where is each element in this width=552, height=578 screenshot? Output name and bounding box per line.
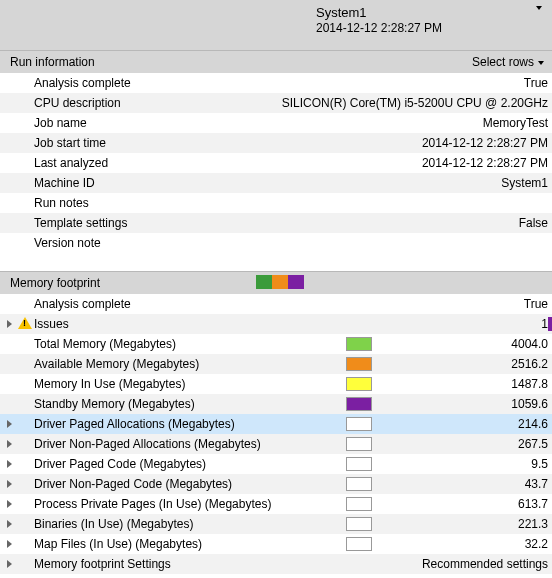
- expand-icon[interactable]: [7, 320, 12, 328]
- row-label: Driver Paged Allocations (Megabytes): [34, 414, 346, 434]
- section-run-information[interactable]: Run information Select rows: [0, 50, 552, 73]
- row-label: Total Memory (Megabytes): [34, 334, 346, 354]
- color-swatch: [346, 357, 372, 371]
- color-swatch: [346, 477, 372, 491]
- row-label: Available Memory (Megabytes): [34, 354, 346, 374]
- row-value: 2014-12-12 2:28:27 PM: [197, 133, 548, 153]
- color-swatch: [346, 517, 372, 531]
- row-value: System1: [197, 173, 548, 193]
- row-value: 43.7: [382, 474, 548, 494]
- color-swatch: [346, 537, 372, 551]
- row-value: SILICON(R) Core(TM) i5-5200U CPU @ 2.20G…: [197, 93, 548, 113]
- row-value: 1: [382, 314, 548, 334]
- color-swatch: [346, 417, 372, 431]
- row-label: Driver Non-Paged Allocations (Megabytes): [34, 434, 346, 454]
- row-label: Issues: [34, 314, 346, 334]
- expand-icon[interactable]: [7, 480, 12, 488]
- row-value: 1059.6: [382, 394, 548, 414]
- row-value: 32.2: [382, 534, 548, 554]
- row-value: 221.3: [382, 514, 548, 534]
- swatch-icon: [272, 275, 288, 289]
- expand-icon[interactable]: [7, 540, 12, 548]
- swatch-icon: [256, 275, 272, 289]
- run-information-table: Analysis completeTrue CPU descriptionSIL…: [0, 73, 552, 253]
- row-value: True: [382, 294, 548, 314]
- expand-icon[interactable]: [7, 420, 12, 428]
- warning-icon: [18, 317, 32, 329]
- row-label: Template settings: [34, 213, 161, 233]
- header-title: System1: [316, 5, 544, 20]
- swatch-icon: [288, 275, 304, 289]
- section-swatches: [256, 275, 304, 289]
- table-row[interactable]: Driver Non-Paged Allocations (Megabytes)…: [0, 434, 552, 454]
- table-row[interactable]: Map Files (In Use) (Megabytes)32.2: [0, 534, 552, 554]
- color-swatch: [346, 457, 372, 471]
- expand-icon[interactable]: [7, 460, 12, 468]
- row-label: Run notes: [34, 193, 161, 213]
- expand-icon[interactable]: [7, 560, 12, 568]
- section-title: Run information: [10, 55, 95, 69]
- memory-footprint-table: Analysis completeTrue Issues1 Total Memo…: [0, 294, 552, 574]
- table-row[interactable]: Driver Non-Paged Code (Megabytes)43.7: [0, 474, 552, 494]
- row-value: 267.5: [382, 434, 548, 454]
- row-label: Map Files (In Use) (Megabytes): [34, 534, 346, 554]
- row-value: 1487.8: [382, 374, 548, 394]
- column-header[interactable]: System1 2014-12-12 2:28:27 PM: [0, 0, 552, 50]
- color-swatch: [346, 337, 372, 351]
- section-memory-footprint[interactable]: Memory footprint: [0, 271, 552, 294]
- row-value: 2014-12-12 2:28:27 PM: [197, 153, 548, 173]
- table-row[interactable]: Process Private Pages (In Use) (Megabyte…: [0, 494, 552, 514]
- row-value: True: [197, 73, 548, 93]
- row-value: 214.6: [382, 414, 548, 434]
- row-label: Job start time: [34, 133, 161, 153]
- dropdown-icon[interactable]: [536, 6, 542, 10]
- row-label: Memory footprint Settings: [34, 554, 346, 574]
- table-row[interactable]: Memory footprint SettingsRecommended set…: [0, 554, 552, 574]
- issue-bar-icon: [548, 317, 552, 331]
- color-swatch: [346, 377, 372, 391]
- table-row[interactable]: Driver Paged Code (Megabytes)9.5: [0, 454, 552, 474]
- row-label: Driver Paged Code (Megabytes): [34, 454, 346, 474]
- row-label: Binaries (In Use) (Megabytes): [34, 514, 346, 534]
- row-value: False: [197, 213, 548, 233]
- row-label: Memory In Use (Megabytes): [34, 374, 346, 394]
- row-label: Version note: [34, 233, 161, 253]
- row-value: 4004.0: [382, 334, 548, 354]
- expand-icon[interactable]: [7, 500, 12, 508]
- row-label: Standby Memory (Megabytes): [34, 394, 346, 414]
- select-rows-dropdown[interactable]: Select rows: [472, 51, 544, 73]
- color-swatch: [346, 497, 372, 511]
- row-value: 9.5: [382, 454, 548, 474]
- row-label: Analysis complete: [34, 73, 161, 93]
- row-label: Driver Non-Paged Code (Megabytes): [34, 474, 346, 494]
- color-swatch: [346, 437, 372, 451]
- row-driver-paged-allocations[interactable]: Driver Paged Allocations (Megabytes)214.…: [0, 414, 552, 434]
- row-label: Machine ID: [34, 173, 161, 193]
- color-swatch: [346, 397, 372, 411]
- row-value: [197, 233, 548, 253]
- row-label: Analysis complete: [34, 294, 346, 314]
- row-value: MemoryTest: [197, 113, 548, 133]
- row-value: 2516.2: [382, 354, 548, 374]
- row-label: Process Private Pages (In Use) (Megabyte…: [34, 494, 346, 514]
- header-subtitle: 2014-12-12 2:28:27 PM: [316, 21, 544, 35]
- row-label: CPU description: [34, 93, 161, 113]
- row-label: Job name: [34, 113, 161, 133]
- row-label: Last analyzed: [34, 153, 161, 173]
- expand-icon[interactable]: [7, 520, 12, 528]
- row-value: 613.7: [382, 494, 548, 514]
- row-value: Recommended settings: [382, 554, 548, 574]
- expand-icon[interactable]: [7, 440, 12, 448]
- table-row[interactable]: Binaries (In Use) (Megabytes)221.3: [0, 514, 552, 534]
- section-title: Memory footprint: [10, 276, 100, 290]
- row-issues[interactable]: Issues1: [0, 314, 552, 334]
- row-value: [197, 193, 548, 213]
